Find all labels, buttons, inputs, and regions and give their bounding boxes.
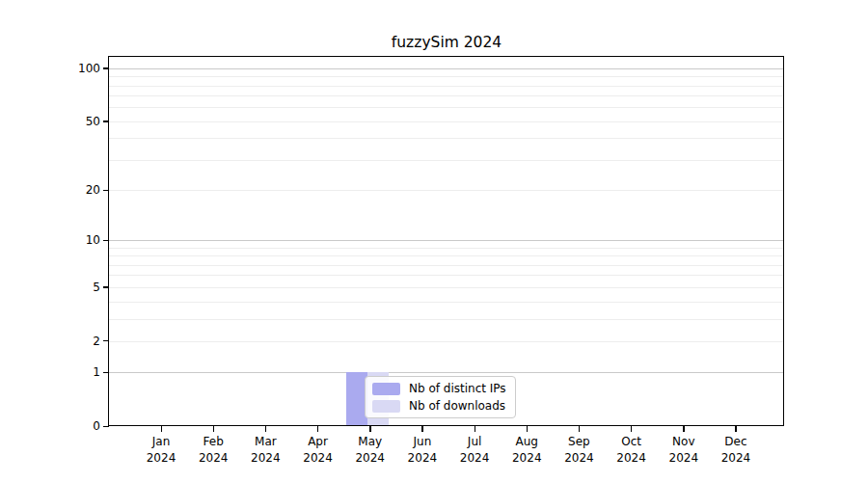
x-tick-label: Dec2024: [721, 434, 751, 466]
gridline-minor: [109, 190, 784, 191]
y-tick-label: 50: [58, 114, 100, 129]
legend-entry: Nb of downloads: [372, 399, 506, 413]
y-tick-label: 100: [58, 61, 100, 76]
gridline-minor: [109, 121, 784, 122]
x-tick-month: May: [355, 434, 385, 450]
x-tick-month: Dec: [721, 434, 751, 450]
gridline-minor: [109, 107, 784, 108]
y-tick-label: 10: [58, 232, 100, 248]
x-tick-label: May2024: [355, 434, 385, 466]
gridline-major: [109, 240, 784, 241]
legend-swatch: [372, 383, 400, 395]
x-tick-label: Jul2024: [460, 434, 490, 466]
x-tick-month: Aug: [512, 434, 542, 450]
x-tick: [735, 426, 736, 432]
x-tick-year: 2024: [251, 450, 281, 467]
chart-title: fuzzySim 2024: [109, 33, 784, 52]
chart-figure: fuzzySim 2024 Nb of distinct IPsNb of do…: [0, 0, 868, 482]
x-tick-label: Feb2024: [199, 434, 229, 466]
x-tick-label: Oct2024: [616, 434, 646, 466]
gridline-minor: [109, 160, 784, 161]
x-tick-year: 2024: [669, 450, 699, 467]
gridline-minor: [109, 265, 784, 266]
x-tick-year: 2024: [721, 450, 751, 467]
x-tick: [213, 426, 214, 432]
legend-label: Nb of downloads: [409, 399, 505, 413]
gridline-minor: [109, 302, 784, 303]
x-tick-label: Jan2024: [147, 434, 176, 466]
y-tick-label: 5: [58, 280, 100, 295]
x-tick-label: Jun2024: [408, 434, 438, 466]
y-tick-label: 1: [58, 364, 100, 380]
x-tick: [475, 426, 475, 432]
x-tick-month: Feb: [199, 434, 229, 450]
gridline-minor: [109, 341, 784, 342]
x-tick-label: Sep2024: [564, 434, 594, 466]
x-tick-year: 2024: [408, 450, 438, 467]
x-tick-month: Nov: [669, 434, 699, 450]
x-tick: [369, 426, 370, 432]
y-tick: [103, 426, 109, 427]
x-tick: [421, 426, 422, 432]
x-tick: [265, 426, 266, 432]
legend-entry: Nb of distinct IPs: [372, 382, 506, 395]
x-tick-month: Apr: [303, 434, 333, 450]
gridline-minor: [109, 138, 784, 139]
x-tick-label: Aug2024: [512, 434, 542, 466]
x-tick-label: Nov2024: [669, 434, 699, 466]
x-tick: [579, 426, 580, 432]
gridline-minor: [109, 275, 784, 276]
x-tick-year: 2024: [147, 450, 176, 467]
plot-area: Nb of distinct IPsNb of downloads: [109, 57, 784, 426]
x-tick: [631, 426, 632, 432]
x-tick-month: Jan: [147, 434, 176, 450]
legend-label: Nb of distinct IPs: [409, 382, 506, 395]
x-tick-label: Mar2024: [251, 434, 281, 466]
y-tick-label: 2: [58, 334, 100, 349]
legend-swatch: [372, 400, 400, 413]
x-tick-year: 2024: [616, 450, 646, 467]
x-tick-year: 2024: [303, 450, 333, 467]
x-tick: [317, 426, 318, 432]
gridline-major: [109, 68, 784, 69]
x-tick: [683, 426, 684, 432]
gridline-minor: [109, 86, 784, 87]
y-tick-label: 20: [58, 182, 100, 198]
gridline-minor: [109, 248, 784, 249]
legend: Nb of distinct IPsNb of downloads: [365, 376, 516, 418]
gridline-minor: [109, 255, 784, 256]
x-tick-month: Jun: [408, 434, 438, 450]
gridline-minor: [109, 76, 784, 77]
x-tick-month: Mar: [251, 434, 281, 450]
gridline-minor: [109, 319, 784, 320]
x-tick: [161, 426, 162, 432]
x-tick-year: 2024: [355, 450, 385, 467]
y-tick-label: 0: [58, 418, 100, 434]
x-tick-year: 2024: [564, 450, 594, 467]
x-tick-month: Oct: [616, 434, 646, 450]
x-tick: [527, 426, 528, 432]
x-tick-year: 2024: [460, 450, 490, 467]
x-tick-month: Sep: [564, 434, 594, 450]
gridline-minor: [109, 287, 784, 288]
x-tick-year: 2024: [199, 450, 229, 467]
x-tick-month: Jul: [460, 434, 490, 450]
x-tick-label: Apr2024: [303, 434, 333, 466]
gridline-major: [109, 372, 784, 373]
gridline-minor: [109, 95, 784, 96]
x-tick-year: 2024: [512, 450, 542, 467]
